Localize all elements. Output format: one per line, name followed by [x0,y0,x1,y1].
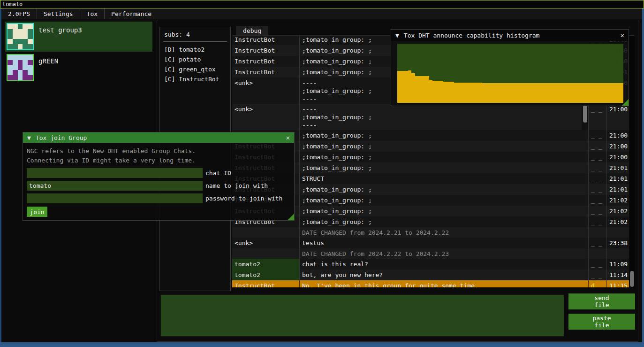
join-info-line-1: NGC refers to the New DHT enabled Group … [27,147,294,156]
histogram-bar [432,81,436,103]
message-status: _ _ [589,195,607,206]
message-status: _ _ [589,184,607,195]
chat-scrollbar-thumb[interactable] [630,271,634,287]
histogram-bar [606,83,609,103]
histogram-bar [489,83,493,103]
message-time: 23:38 [607,238,629,248]
message-time: 21:01 [607,162,629,173]
join-group-title: Tox join Group [36,134,281,141]
menu-item-performance[interactable]: Performance [104,8,158,19]
paste-file-button[interactable]: pastefile [568,314,635,330]
histogram-bar [397,71,401,103]
join-button[interactable]: join [27,207,47,217]
menu-item-20fps[interactable]: 2.0FPS [1,8,37,19]
chat-scrollbar-track[interactable] [629,36,635,287]
histogram-bar [528,83,532,103]
message-text: DATE CHANGED from 2024.2.22 to 2024.2.23 [300,248,589,259]
message-time: 21:01 [607,173,629,184]
message-author: <unk> [232,104,300,130]
histogram-bar [524,83,528,103]
message-text: DATE CHANGED from 2024.2.21 to 2024.2.22 [300,227,589,238]
chat-id-input[interactable] [27,168,203,178]
message-status: _ _ [589,162,607,173]
subs-count-label: subs: 4 [160,27,230,38]
message-time: 11:09 [607,259,629,270]
histogram-bar [556,83,560,103]
menu-item-settings[interactable]: Settings [37,8,80,19]
send-file-button[interactable]: sendfile [568,293,635,309]
histogram-bar [599,83,602,103]
message-status: d _ [589,280,607,287]
histogram-bar [510,83,514,103]
join-group-titlebar[interactable]: ▼ Tox join Group ✕ [23,132,294,143]
message-scrollbar-track[interactable] [582,104,588,130]
message-status: _ _ [589,238,607,248]
date-row[interactable]: DATE CHANGED from 2024.2.22 to 2024.2.23 [232,248,629,259]
status-mark: _ [599,282,602,287]
app-window: tomato 2.0FPSSettingsToxPerformance test… [0,0,644,347]
histogram-bar [404,71,408,103]
window-titlebar: tomato [0,0,644,8]
group-item-gREEN[interactable]: gREEN [5,53,152,83]
histogram-bar [581,83,585,103]
collapse-arrow-icon[interactable]: ▼ [27,134,31,141]
message-author [232,248,300,259]
histogram-bar [535,83,539,103]
subs-list: [D] tomato2[C] potato[C] green_qtox[C] I… [160,45,230,84]
close-icon[interactable]: ✕ [621,31,624,39]
resize-grip[interactable] [288,214,294,220]
menu-item-tox[interactable]: Tox [80,8,104,19]
histogram-bar [563,83,567,103]
histogram-bar [450,82,454,103]
join-name-input[interactable] [27,181,203,191]
group-item-test_group3[interactable]: test_group3 [5,22,152,52]
message-author: <unk> [232,77,300,104]
subs-list-item[interactable]: [C] potato [160,54,230,64]
histogram-bar [560,83,563,103]
message-input[interactable] [160,294,564,337]
message-time: 11:14 [607,270,629,280]
date-row[interactable]: DATE CHANGED from 2024.2.21 to 2024.2.22 [232,227,629,238]
collapse-arrow-icon[interactable]: ▼ [395,32,399,39]
chat-row[interactable]: tomato2bot, are you new here?_ _11:14 [232,270,629,280]
subs-list-item[interactable]: [C] InstructBot [160,74,230,84]
message-scrollbar-thumb[interactable] [583,105,587,123]
histogram-bar [542,83,546,103]
message-author: tomato2 [232,270,300,280]
histogram-bar [546,83,549,103]
message-time: 21:01 [607,184,629,195]
tab-debug[interactable]: debug [236,26,268,35]
join-info-line-2: Connecting via ID might take a very long… [27,156,294,165]
histogram-bar [485,83,489,103]
histogram-bar [461,83,465,103]
histogram-bar [454,83,458,103]
chat-row[interactable]: tomato2chat is this real?_ _11:09 [232,259,629,270]
message-time [607,227,629,238]
message-text: ---- ;tomato_in_group: ; ---- [300,104,589,130]
message-text: chat is this real? [300,259,589,270]
close-icon[interactable]: ✕ [286,134,290,141]
histogram-bar [471,83,475,103]
chat-row[interactable]: <unk>testus_ _23:38 [232,238,629,248]
message-author: InstructBot [232,56,300,67]
join-password-input[interactable] [27,193,203,203]
histogram-bar [418,76,422,103]
message-text: STRUCT [300,173,589,184]
message-status: _ _ [589,152,607,162]
chat-row[interactable]: <unk>---- ;tomato_in_group: ; ----_ _21:… [232,104,629,130]
subs-list-item[interactable]: [D] tomato2 [160,45,230,54]
subs-list-item[interactable]: [C] green_qtox [160,64,230,74]
resize-grip[interactable] [622,99,629,106]
message-status [589,227,607,238]
histogram-bar [496,83,500,103]
dht-histogram-titlebar[interactable]: ▼ Tox DHT announce capability histogram … [391,30,629,41]
message-time: 21:00 [607,104,629,130]
histogram-bar [507,83,510,103]
histogram-bar [443,82,447,103]
message-author: InstructBot [232,67,300,77]
histogram-bar [567,83,571,103]
message-text: ;tomato_in_group: ; [300,216,589,227]
histogram-bar [609,83,613,103]
chat-row[interactable]: InstructBotNo, I've been in this group f… [232,280,629,287]
message-text: ;tomato_in_group: ; [300,184,589,195]
